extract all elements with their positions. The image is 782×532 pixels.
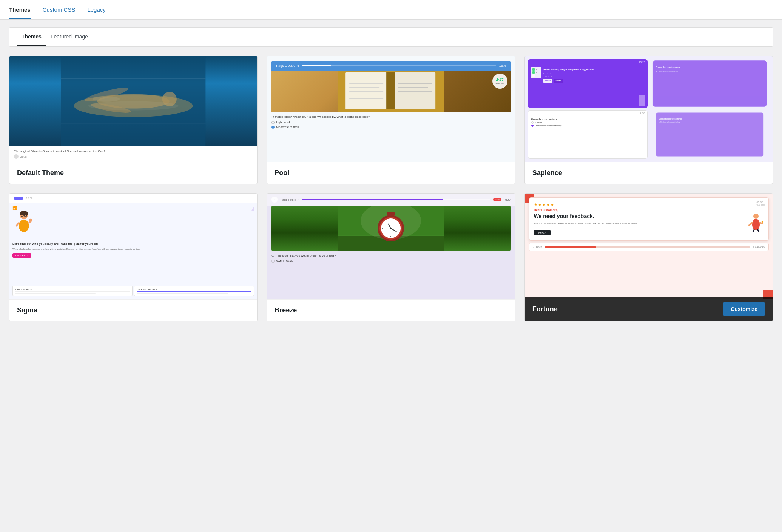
mock-default-author: Zeus xyxy=(14,154,253,159)
tab-featured-image[interactable]: Featured Image xyxy=(46,28,93,46)
star-4: ★ xyxy=(546,203,550,207)
theme-card-sapience[interactable]: 13:20 ✓ ✓ Shivaji Maharaj fought ever xyxy=(524,56,773,184)
fortune-greeting: Dear Customers, xyxy=(534,208,763,212)
fortune-progress-text: 1 / 4 xyxy=(753,246,758,248)
inner-tabs-card: Themes Featured Image xyxy=(9,27,773,47)
mock-pool-header: Page 1 out of 5 16% xyxy=(271,61,510,71)
mock-pool-opt1: Light wind xyxy=(271,121,510,124)
svg-rect-27 xyxy=(20,213,28,215)
svg-point-5 xyxy=(162,92,177,106)
sigma-bottom-cards: < Back Options Click to continue > xyxy=(9,284,257,299)
fortune-desc: This is a demo survey created with fortu… xyxy=(534,222,763,225)
svg-point-31 xyxy=(19,220,29,232)
fortune-figure: ★ xyxy=(748,213,763,232)
svg-line-43 xyxy=(753,230,754,232)
sigma-card1-label: < Back Options xyxy=(15,288,130,291)
fortune-time-small: 04:46 xyxy=(758,246,765,248)
sapience-time-1: 13:20 xyxy=(639,61,645,63)
theme-name-sigma: Sigma xyxy=(9,299,257,321)
svg-rect-13 xyxy=(386,72,395,109)
svg-point-4 xyxy=(97,94,170,108)
svg-line-41 xyxy=(749,223,752,225)
fortune-overlay-bar: Fortune Customize xyxy=(525,297,773,321)
sigma-main: 📶 Let's find out who you really are - ta… xyxy=(9,203,257,284)
sapience-card-3: 13:20 Choose the correct sentence A. opt… xyxy=(528,110,648,159)
sapience-time-3: 13:20 xyxy=(638,112,645,115)
sigma-left: 📶 Let's find out who you really are - ta… xyxy=(12,206,254,281)
sigma-cta-btn: Let's Start > xyxy=(12,253,31,258)
svg-point-8 xyxy=(88,101,179,111)
sigma-header: 15:00 xyxy=(9,194,257,203)
theme-preview-sapience: 13:20 ✓ ✓ Shivaji Maharaj fought ever xyxy=(525,56,773,162)
breeze-image xyxy=(271,206,510,251)
fortune-main-card: 05:00 Quiz Time ★ ★ ★ ★ ★ Dear Customers… xyxy=(529,197,769,241)
sapience-back-btn: < back xyxy=(543,79,553,83)
breeze-back-btn: ‹ xyxy=(271,197,278,203)
mock-pool-progress-fill xyxy=(302,65,331,66)
nav-custom-css[interactable]: Custom CSS xyxy=(43,6,76,19)
svg-point-40 xyxy=(752,219,760,230)
fortune-progress-fill xyxy=(545,246,596,248)
theme-name-default: Default Theme xyxy=(9,162,257,184)
svg-point-7 xyxy=(90,101,131,115)
breeze-progress-bar xyxy=(302,199,490,200)
sigma-bottom-card-1: < Back Options xyxy=(12,286,133,296)
sapience-next-btn: Next > xyxy=(554,79,563,83)
svg-point-9 xyxy=(93,96,120,101)
theme-preview-fortune: 05:00 Quiz Time ★ ★ ★ ★ ★ Dear Customers… xyxy=(525,194,773,299)
clock-face xyxy=(381,218,401,238)
fortune-theme-label: Fortune xyxy=(532,305,558,313)
sapience-card-4: Choose the correct sentence A- The dress… xyxy=(656,112,763,156)
fortune-next-btn: Next > xyxy=(534,230,551,235)
customize-button[interactable]: Customize xyxy=(723,302,765,316)
sigma-headline: Let's find out who you really are - take… xyxy=(12,242,254,246)
mock-breeze: ‹ Page 4 out of 7 75% 4:30 xyxy=(267,194,515,299)
mock-pool-image: 4:47 MINUTES xyxy=(271,71,510,112)
tab-themes[interactable]: Themes xyxy=(17,28,46,46)
fortune-bottom-bar: ← Back 1 / 4 04:46 xyxy=(529,243,769,251)
fortune-stars: ★ ★ ★ ★ ★ xyxy=(534,203,763,207)
svg-point-39 xyxy=(753,214,759,219)
theme-card-breeze[interactable]: ‹ Page 4 out of 7 75% 4:30 xyxy=(267,193,515,321)
svg-rect-12 xyxy=(394,72,435,109)
theme-card-sigma[interactable]: 15:00 xyxy=(9,193,258,321)
breeze-opt1: 9 AM to 10 AM xyxy=(271,260,510,263)
breeze-badge: 75% xyxy=(493,198,501,201)
nav-themes[interactable]: Themes xyxy=(9,6,31,19)
sigma-card2-label: Click to continue > xyxy=(137,288,251,291)
radio-opt2 xyxy=(271,126,275,129)
sigma-logo xyxy=(14,197,23,200)
mock-default-question: The original Olympic Games in ancient Gr… xyxy=(14,149,253,153)
sapience-title-1: Shivaji Maharaj fought every kind of agg… xyxy=(543,67,594,71)
theme-name-pool: Pool xyxy=(267,162,515,184)
sigma-subtext: We are looking for volunteers to help wi… xyxy=(12,248,254,251)
radio-opt1 xyxy=(271,121,275,124)
mock-pool-progress-bar xyxy=(302,65,496,66)
mock-pool-body: In meteorology (weather), if a zephyr pa… xyxy=(267,112,515,162)
themes-grid: The original Olympic Games in ancient Gr… xyxy=(9,56,773,321)
fortune-back-text: ← Back xyxy=(533,246,542,248)
star-1: ★ xyxy=(534,203,537,207)
mock-sapience: 13:20 ✓ ✓ Shivaji Maharaj fought ever xyxy=(525,56,773,162)
main-content: Themes Featured Image xyxy=(0,20,782,329)
mock-default-bottom: The original Olympic Games in ancient Gr… xyxy=(9,146,257,162)
mock-pool-percent: 16% xyxy=(499,64,506,68)
theme-card-default[interactable]: The original Olympic Games in ancient Gr… xyxy=(9,56,258,184)
breeze-progress-fill xyxy=(302,199,443,200)
theme-preview-default: The original Olympic Games in ancient Gr… xyxy=(9,56,257,162)
fortune-progress-bar xyxy=(545,246,750,248)
svg-rect-0 xyxy=(61,56,205,146)
mock-pool-timer: 4:47 MINUTES xyxy=(492,74,507,89)
breeze-clock xyxy=(378,215,404,241)
theme-card-pool[interactable]: Page 1 out of 5 16% xyxy=(267,56,515,184)
theme-name-breeze: Breeze xyxy=(267,299,515,321)
fortune-headline: We need your feedback. xyxy=(534,213,763,220)
theme-preview-pool: Page 1 out of 5 16% xyxy=(267,56,515,162)
mock-pool-question: In meteorology (weather), if a zephyr pa… xyxy=(271,115,510,118)
nav-legacy[interactable]: Legacy xyxy=(87,6,105,19)
sapience-btn-row-1: < back Next > xyxy=(543,79,594,83)
breeze-header: ‹ Page 4 out of 7 75% 4:30 xyxy=(267,194,515,206)
theme-card-fortune[interactable]: 05:00 Quiz Time ★ ★ ★ ★ ★ Dear Customers… xyxy=(524,193,773,321)
mock-pool-opt2: Moderate rainfall xyxy=(271,125,510,129)
mock-default: The original Olympic Games in ancient Gr… xyxy=(9,56,257,162)
